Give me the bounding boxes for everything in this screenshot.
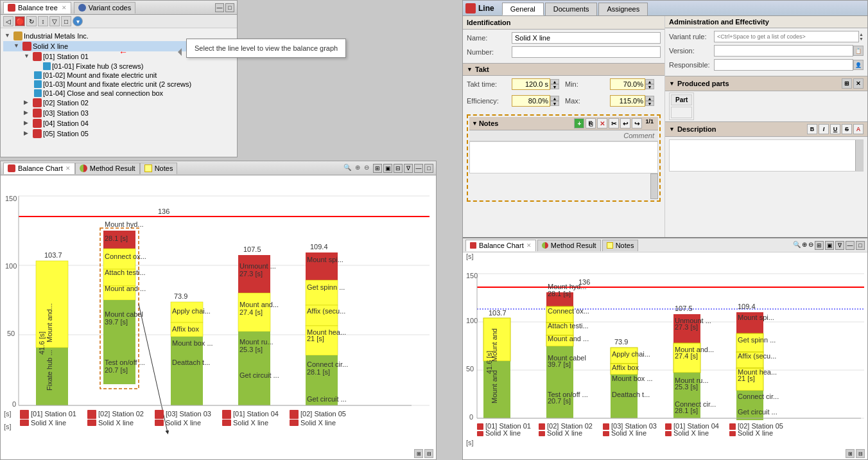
zoom-in-icon-left[interactable]: ⊕ [355, 164, 360, 173]
balance-chart-tab-close[interactable]: ✕ [65, 165, 71, 172]
notes-undo-btn[interactable]: ↩ [620, 118, 630, 128]
responsible-input[interactable] [714, 59, 853, 71]
notes-collapse-icon[interactable]: ▼ [472, 120, 478, 127]
right-balance-chart-tab[interactable]: Balance Chart ✕ [465, 240, 536, 251]
right-chart-btn2[interactable]: ▣ [825, 241, 834, 250]
right-zoom-in-icon[interactable]: ⊕ [802, 241, 807, 250]
responsible-browse-btn[interactable]: 👤 [853, 60, 864, 70]
tree-op-01-03[interactable]: [01-03] Mount and fixate electric unit (… [3, 80, 234, 89]
desc-italic-btn[interactable]: I [819, 124, 829, 134]
tree-op-01-02[interactable]: [01-02] Mount and fixate electric unit [3, 71, 234, 80]
method-result-tab[interactable]: Method Result [75, 163, 140, 174]
takt-time-down[interactable]: ▼ [550, 84, 559, 89]
tree-refresh[interactable]: ↻ [26, 16, 37, 26]
tree-add[interactable]: □ [61, 16, 71, 26]
r-zoom-fit-icon[interactable]: ⊞ [846, 449, 855, 458]
tree-op-01-01[interactable]: [01-01] Fixate hub (3 screws) [3, 62, 234, 71]
variant-rule-scroll-up[interactable]: ▲ [859, 32, 864, 37]
right-balance-tab-close[interactable]: ✕ [526, 242, 532, 249]
desc-bold-btn[interactable]: B [807, 124, 817, 134]
chart-btn3[interactable]: ⊟ [394, 164, 403, 173]
right-chart-maximize[interactable]: □ [856, 241, 865, 250]
chart-btn4[interactable]: ∇ [404, 164, 413, 173]
produced-parts-collapse-icon[interactable]: ▼ [669, 80, 675, 87]
efficiency-up[interactable]: ▲ [550, 96, 559, 101]
desc-strike-btn[interactable]: S [842, 124, 852, 134]
min-down[interactable]: ▼ [645, 84, 654, 89]
balance-tree-tab[interactable]: Balance tree ✕ [3, 2, 71, 13]
left-chart-maximize[interactable]: □ [424, 164, 433, 173]
tab-general[interactable]: General [502, 3, 544, 15]
notes-scrollbar[interactable] [650, 173, 658, 199]
tree-station04[interactable]: ▶ [04] Station 04 [3, 118, 234, 128]
max-spinner[interactable]: ▲ ▼ [645, 96, 654, 106]
variant-rule-scroll-down[interactable]: ▼ [859, 37, 864, 41]
desc-underline-btn[interactable]: U [830, 124, 840, 134]
right-method-result-tab[interactable]: Method Result [537, 240, 601, 251]
takt-time-input[interactable] [512, 78, 550, 90]
chart-btn2[interactable]: ▣ [383, 164, 392, 173]
notes-copy-btn[interactable]: ⎘ [586, 118, 596, 128]
tab-documents[interactable]: Documents [545, 3, 598, 15]
right-zoom-out-icon[interactable]: ⊖ [808, 241, 813, 250]
name-input[interactable] [512, 32, 661, 44]
min-up[interactable]: ▲ [645, 79, 654, 84]
produced-parts-btn2[interactable]: ✕ [853, 78, 864, 89]
r-zoom-actual-icon[interactable]: ⊟ [856, 449, 865, 458]
tree-station05[interactable]: ▶ [05] Station 05 [3, 128, 234, 139]
desc-color-btn[interactable]: A [853, 124, 864, 134]
right-chart-minimize[interactable]: — [846, 241, 855, 250]
tree-station02[interactable]: ▶ [02] Station 02 [3, 98, 234, 108]
min-input[interactable] [610, 78, 645, 90]
left-chart-minimize[interactable]: — [414, 164, 423, 173]
maximize-btn[interactable]: □ [225, 3, 234, 12]
right-chart-btn1[interactable]: ⊞ [815, 241, 824, 250]
right-notes-tab[interactable]: Notes [602, 240, 639, 251]
balance-tree-close[interactable]: ✕ [62, 4, 67, 11]
variant-codes-tab[interactable]: Variant codes [74, 2, 135, 13]
zoom-fit-icon[interactable]: ⊞ [414, 449, 423, 458]
chart-btn1[interactable]: ⊞ [373, 164, 382, 173]
zoom-actual-icon[interactable]: ⊟ [424, 449, 433, 458]
version-input[interactable] [714, 45, 853, 57]
tree-nav-back[interactable]: ◁ [3, 16, 13, 26]
notes-delete-btn[interactable]: ✕ [597, 118, 607, 128]
tree-settings[interactable]: ▾ [73, 16, 83, 26]
tree-expand[interactable]: ↕ [38, 16, 48, 26]
efficiency-spinner[interactable]: ▲ ▼ [550, 96, 559, 106]
notes-cut-btn[interactable]: ✂ [609, 118, 619, 128]
takt-time-spinner[interactable]: ▲ ▼ [550, 79, 559, 89]
zoom-out-icon-left[interactable]: ⊖ [364, 164, 369, 173]
right-search-icon[interactable]: 🔍 [793, 241, 801, 250]
tree-station03[interactable]: ▶ [03] Station 03 [3, 108, 234, 118]
variant-rule-input[interactable] [714, 31, 859, 42]
version-browse-btn[interactable]: 📋 [853, 46, 864, 56]
min-spinner[interactable]: ▲ ▼ [645, 79, 654, 89]
tree-op-01-04[interactable]: [01-04] Close and seal connection box [3, 89, 234, 98]
balance-chart-tab[interactable]: Balance Chart ✕ [3, 163, 75, 174]
right-chart-btn3[interactable]: ∇ [835, 241, 844, 250]
produced-parts-btn1[interactable]: ⊞ [842, 78, 852, 89]
search-icon-left[interactable]: 🔍 [343, 164, 351, 173]
r-s03-mountbox-lbl: Mount box ... [612, 375, 653, 382]
max-input[interactable] [610, 95, 645, 107]
notes-add-btn[interactable]: + [574, 118, 584, 128]
efficiency-input[interactable] [512, 95, 550, 107]
efficiency-down[interactable]: ▼ [550, 101, 559, 106]
minimize-btn[interactable]: — [215, 3, 224, 12]
tab-assignees[interactable]: Assignees [598, 3, 648, 15]
description-area[interactable] [669, 139, 864, 172]
max-up[interactable]: ▲ [645, 96, 654, 101]
notes-tab-left[interactable]: Notes [140, 163, 178, 174]
takt-collapse-icon[interactable]: ▼ [467, 66, 473, 73]
description-scrollbar[interactable] [855, 140, 863, 171]
max-down[interactable]: ▼ [645, 101, 654, 106]
notes-redo-btn[interactable]: ↪ [632, 118, 642, 128]
tree-collapse[interactable]: 🔴 [15, 16, 25, 26]
notes-text-area[interactable] [469, 141, 658, 173]
number-input[interactable] [512, 46, 661, 58]
description-collapse-icon[interactable]: ▼ [669, 126, 675, 132]
tree-filter[interactable]: ▽ [49, 16, 60, 26]
description-text-area[interactable] [670, 140, 855, 171]
takt-time-up[interactable]: ▲ [550, 79, 559, 84]
